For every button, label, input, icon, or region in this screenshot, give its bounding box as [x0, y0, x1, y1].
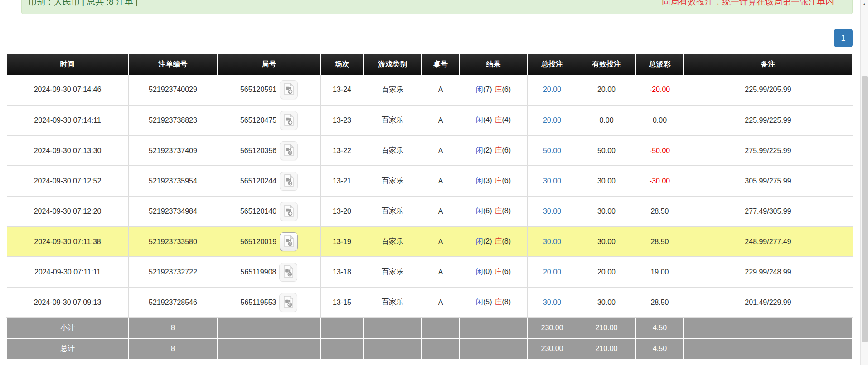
table-row: 2024-09-30 07:12:20 521923734984 5651201… — [7, 196, 853, 226]
total-label: 总计 — [7, 338, 128, 359]
cell-game-type: 百家乐 — [364, 166, 422, 196]
cell-remark: 305.99/275.99 — [684, 166, 853, 196]
video-replay-icon — [284, 205, 294, 218]
total-row: 总计 8 230.00 210.00 4.50 — [7, 338, 853, 359]
cell-result: 闲(0)庄(6) — [460, 257, 527, 287]
cell-remark: 229.99/248.99 — [684, 257, 853, 287]
cell-game-no: 565120356 — [218, 135, 320, 166]
cell-session: 13-23 — [320, 105, 364, 135]
banker-result-label: 庄 — [495, 268, 502, 275]
cell-time: 2024-09-30 07:13:30 — [7, 135, 128, 166]
video-replay-button[interactable] — [280, 111, 298, 130]
player-result-label: 闲 — [476, 268, 483, 275]
scroll-up-arrow-icon[interactable]: ▲ — [861, 0, 868, 8]
player-result-score: (3) — [483, 177, 492, 184]
game-number: 565119553 — [241, 298, 276, 307]
banker-result-label: 庄 — [495, 146, 502, 154]
cell-bet-id: 521923738823 — [128, 105, 218, 135]
col-header-time: 时间 — [7, 54, 128, 75]
col-header-result: 结果 — [460, 54, 527, 75]
cell-result: 闲(7)庄(6) — [460, 75, 527, 105]
banker-result-label: 庄 — [495, 177, 502, 184]
col-header-game-type: 游戏类别 — [364, 54, 422, 75]
video-replay-icon — [284, 144, 294, 158]
cell-table-no: A — [422, 75, 460, 105]
game-number: 565120244 — [240, 177, 276, 185]
cell-game-type: 百家乐 — [364, 226, 422, 257]
cell-game-type: 百家乐 — [364, 196, 422, 226]
summary-alert: 币别：人民币 | 总共 :8 注单 | 同局有效投注，统一计算在该局第一张注单内 — [21, 0, 853, 14]
table-row: 2024-09-30 07:09:13 521923728546 5651195… — [7, 287, 853, 317]
cell-bet-id: 521923733580 — [128, 226, 218, 257]
table-row: 2024-09-30 07:11:11 521923732722 5651199… — [7, 257, 853, 287]
cell-table-no: A — [422, 166, 460, 196]
cell-remark: 248.99/277.49 — [684, 226, 853, 257]
bet-records-table: 时间 注单编号 局号 场次 游戏类别 桌号 结果 总投注 有效投注 总派彩 备注… — [6, 54, 853, 360]
video-replay-button[interactable] — [279, 293, 297, 312]
banker-result-score: (8) — [502, 298, 511, 306]
game-number: 565120591 — [240, 86, 276, 94]
currency-summary-text: 币别：人民币 | 总共 :8 注单 | — [22, 0, 138, 8]
cell-table-no: A — [422, 226, 460, 257]
player-result-score: (0) — [483, 268, 492, 275]
page-button-1[interactable]: 1 — [834, 29, 853, 47]
video-replay-icon — [283, 265, 294, 279]
cell-bet-id: 521923732722 — [128, 257, 218, 287]
cell-bet-id: 521923734984 — [128, 196, 218, 226]
player-result-score: (4) — [483, 116, 492, 124]
player-result-label: 闲 — [476, 298, 483, 306]
cell-valid-bet: 30.00 — [577, 166, 636, 196]
cell-game-no: 565120591 — [218, 75, 320, 105]
total-valid-bet: 210.00 — [577, 338, 636, 359]
player-result-label: 闲 — [476, 177, 483, 184]
col-header-session: 场次 — [320, 54, 364, 75]
game-number: 565119908 — [241, 268, 276, 276]
cell-bet-id: 521923740029 — [128, 75, 218, 105]
banker-result-score: (8) — [502, 237, 511, 245]
cell-valid-bet: 0.00 — [577, 105, 636, 135]
scrollbar-thumb[interactable] — [862, 76, 868, 342]
player-result-label: 闲 — [476, 237, 483, 245]
subtotal-row: 小计 8 230.00 210.00 4.50 — [7, 317, 853, 338]
total-total-bet: 230.00 — [527, 338, 577, 359]
cell-time: 2024-09-30 07:09:13 — [7, 287, 128, 317]
cell-valid-bet: 30.00 — [577, 226, 636, 257]
video-replay-button[interactable] — [279, 263, 297, 282]
cell-total-bet: 20.00 — [527, 105, 577, 135]
cell-time: 2024-09-30 07:11:38 — [7, 226, 128, 257]
cell-bet-id: 521923737409 — [128, 135, 218, 166]
table-body: 2024-09-30 07:14:46 521923740029 5651205… — [7, 75, 853, 317]
cell-game-no: 565120019 — [218, 226, 320, 257]
cell-session: 13-24 — [320, 75, 364, 105]
video-replay-icon — [284, 235, 294, 249]
cell-session: 13-21 — [320, 166, 364, 196]
scrollbar[interactable]: ▲ — [860, 0, 868, 365]
cell-remark: 225.99/225.99 — [684, 105, 853, 135]
banker-result-score: (6) — [502, 177, 511, 184]
banker-result-label: 庄 — [495, 86, 502, 93]
cell-bet-id: 521923728546 — [128, 287, 218, 317]
cell-valid-bet: 50.00 — [577, 135, 636, 166]
cell-total-bet: 20.00 — [527, 75, 577, 105]
video-replay-button[interactable] — [280, 172, 298, 191]
game-number: 565120019 — [240, 238, 276, 246]
video-replay-button[interactable] — [280, 141, 298, 160]
cell-session: 13-18 — [320, 257, 364, 287]
video-replay-button[interactable] — [280, 80, 298, 99]
video-replay-button[interactable] — [280, 232, 298, 251]
cell-valid-bet: 30.00 — [577, 196, 636, 226]
cell-total-bet: 30.00 — [527, 196, 577, 226]
cell-remark: 275.99/225.99 — [684, 135, 853, 166]
player-result-label: 闲 — [476, 146, 483, 154]
cell-game-type: 百家乐 — [364, 105, 422, 135]
subtotal-valid-bet: 210.00 — [577, 317, 636, 338]
video-replay-button[interactable] — [280, 202, 298, 221]
player-result-score: (2) — [483, 237, 492, 245]
game-number: 565120356 — [240, 147, 276, 155]
banker-result-score: (4) — [502, 116, 511, 124]
cell-table-no: A — [422, 287, 460, 317]
col-header-remark: 备注 — [684, 54, 853, 75]
game-number: 565120140 — [240, 207, 276, 216]
cell-table-no: A — [422, 196, 460, 226]
video-replay-icon — [284, 174, 294, 188]
